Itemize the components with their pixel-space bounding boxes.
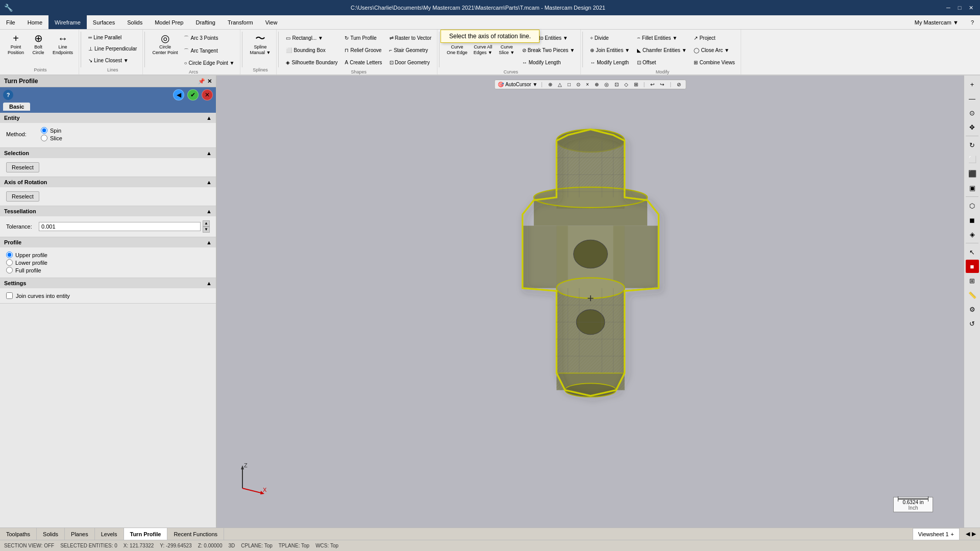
profile-header[interactable]: Profile ▲ xyxy=(0,237,216,247)
join-entities-button[interactable]: ⊕ Join Entities ▼ xyxy=(587,46,632,54)
rt-zoom-plus[interactable]: + xyxy=(966,78,979,91)
create-letters-button[interactable]: A Create Letters xyxy=(342,59,384,66)
relief-groove-button[interactable]: ⊓ Relief Groove xyxy=(342,46,384,54)
entity-header[interactable]: Entity ▲ xyxy=(0,113,216,123)
ac-btn-1[interactable]: ⊕ xyxy=(546,81,554,88)
rt-shaded[interactable]: ◼ xyxy=(966,213,979,227)
rt-settings[interactable]: ⚙ xyxy=(966,303,979,316)
axis-rotation-header[interactable]: Axis of Rotation ▲ xyxy=(0,177,216,187)
bounding-box-button[interactable]: ⬜ Bounding Box xyxy=(283,46,340,54)
menu-transform[interactable]: Transform xyxy=(222,15,259,29)
action-back-button[interactable]: ◀ xyxy=(173,89,184,101)
ac-btn-10[interactable]: ⊞ xyxy=(632,81,640,88)
ac-btn-7[interactable]: ◎ xyxy=(602,81,611,88)
rt-snap[interactable]: ⊞ xyxy=(966,274,979,287)
ac-btn-5[interactable]: × xyxy=(584,81,591,88)
rt-active-red[interactable]: ■ xyxy=(966,260,979,273)
turn-profile-button[interactable]: ↻ Turn Profile xyxy=(342,34,384,42)
menu-model-prep[interactable]: Model Prep xyxy=(149,15,189,29)
line-perpendicular-button[interactable]: ⊥ Line Perpendicular xyxy=(86,45,139,53)
tab-recent-functions[interactable]: Recent Functions xyxy=(167,528,224,540)
offset-button[interactable]: ⊡ Offset xyxy=(634,59,690,66)
ac-btn-4[interactable]: ⊙ xyxy=(574,81,582,88)
panel-pin-button[interactable]: 📌 xyxy=(198,78,205,85)
menu-my-mastercam[interactable]: My Mastercam ▼ xyxy=(909,15,965,29)
axis-rotation-reselect-button[interactable]: Reselect xyxy=(6,191,39,202)
profile-upper-radio[interactable] xyxy=(6,252,13,258)
tolerance-up-arrow[interactable]: ▲ xyxy=(203,220,210,227)
rt-zoom-fit[interactable]: ⊙ xyxy=(966,106,979,119)
viewsheet-plus[interactable]: + xyxy=(951,531,954,537)
profile-lower[interactable]: Lower profile xyxy=(6,259,210,266)
ac-redo[interactable]: ↪ xyxy=(658,81,666,88)
tolerance-input[interactable] xyxy=(39,222,201,231)
spline-manual-button[interactable]: 〜 SplineManual ▼ xyxy=(247,32,273,57)
tab-toolpaths[interactable]: Toolpaths xyxy=(0,528,37,540)
viewport[interactable]: 🎯 AutoCursor ▼ | ⊕ △ □ ⊙ × ⊕ ◎ ⊡ ◇ ⊞ | ↩… xyxy=(217,76,964,528)
action-cancel-button[interactable]: ✕ xyxy=(202,89,213,101)
door-geometry-button[interactable]: ⊡ Door Geometry xyxy=(387,59,434,66)
rt-view-top[interactable]: ⬛ xyxy=(966,167,979,180)
tab-planes[interactable]: Planes xyxy=(65,528,95,540)
menu-home[interactable]: Home xyxy=(21,15,48,29)
break-two-pieces-button[interactable]: ⊘ Break Two Pieces ▼ xyxy=(520,46,578,54)
autocursor-dropdown[interactable]: AutoCursor ▼ xyxy=(505,82,537,87)
selection-header[interactable]: Selection ▲ xyxy=(0,148,216,158)
rt-pan[interactable]: ✥ xyxy=(966,120,979,134)
point-position-button[interactable]: + PointPosition xyxy=(5,32,27,57)
rt-measure[interactable]: 📏 xyxy=(966,288,979,302)
arc-3points-button[interactable]: ⌒ Arc 3 Points xyxy=(181,34,237,43)
panel-close-button[interactable]: ✕ xyxy=(207,78,212,85)
tab-solids[interactable]: Solids xyxy=(37,528,65,540)
ac-clear[interactable]: ⊘ xyxy=(675,81,683,88)
menu-file[interactable]: File xyxy=(0,15,21,29)
ac-btn-2[interactable]: △ xyxy=(556,81,564,88)
line-endpoints-button[interactable]: ↔ LineEndpoints xyxy=(50,32,76,57)
project-button[interactable]: ↗ Project xyxy=(691,34,737,42)
chamfer-entities-button[interactable]: ◣ Chamfer Entities ▼ xyxy=(634,46,690,54)
3d-viewport-svg[interactable] xyxy=(463,101,718,407)
modify-length-button[interactable]: ↔ Modify Length xyxy=(520,59,578,66)
modify-length-b2-button[interactable]: ↔ Modify Length xyxy=(587,59,632,66)
ac-btn-8[interactable]: ⊡ xyxy=(612,81,621,88)
ac-btn-3[interactable]: □ xyxy=(566,81,573,88)
rt-wireframe[interactable]: ⬡ xyxy=(966,199,979,212)
help-button[interactable]: ? xyxy=(3,90,13,100)
scroll-left[interactable]: ◀ xyxy=(966,531,970,537)
profile-upper[interactable]: Upper profile xyxy=(6,252,210,258)
line-parallel-button[interactable]: ═ Line Parallel xyxy=(86,34,139,41)
method-slice-radio[interactable] xyxy=(41,135,47,141)
tessellation-header[interactable]: Tessellation ▲ xyxy=(0,206,216,216)
method-spin-radio[interactable] xyxy=(41,127,47,134)
scroll-right[interactable]: ▶ xyxy=(972,531,976,537)
menu-wireframe[interactable]: Wireframe xyxy=(48,15,87,29)
circle-edge-button[interactable]: ○ Circle Edge Point ▼ xyxy=(181,59,237,67)
menu-surfaces[interactable]: Surfaces xyxy=(87,15,121,29)
line-closest-button[interactable]: ↘ Line Closest ▼ xyxy=(86,57,139,64)
rt-select[interactable]: ↖ xyxy=(966,245,979,259)
ac-btn-6[interactable]: ⊕ xyxy=(593,81,601,88)
profile-full-radio[interactable] xyxy=(6,267,13,273)
menu-view[interactable]: View xyxy=(259,15,284,29)
menu-solids[interactable]: Solids xyxy=(121,15,149,29)
menu-drafting[interactable]: Drafting xyxy=(189,15,222,29)
divide-button[interactable]: ÷ Divide xyxy=(587,34,632,42)
rt-zoom-minus[interactable]: — xyxy=(966,92,979,105)
ac-btn-9[interactable]: ◇ xyxy=(622,81,630,88)
minimize-button[interactable]: ─ xyxy=(943,3,953,12)
bolt-circle-button[interactable]: ⊕ BoltCircle xyxy=(28,32,49,57)
raster-vector-button[interactable]: ⇌ Raster to Vector xyxy=(387,34,434,42)
arc-tangent-button[interactable]: ⌒ Arc Tangent xyxy=(181,46,237,56)
method-slice[interactable]: Slice xyxy=(41,135,62,141)
tab-levels[interactable]: Levels xyxy=(95,528,124,540)
circle-center-button[interactable]: ◎ CircleCenter Point xyxy=(150,32,180,57)
ac-undo[interactable]: ↩ xyxy=(648,81,656,88)
join-curves-row[interactable]: Join curves into entity xyxy=(6,292,210,299)
silhouette-boundary-button[interactable]: ◈ Silhouette Boundary xyxy=(283,59,340,66)
viewsheet-tab[interactable]: Viewsheet 1 + xyxy=(913,528,960,540)
close-button[interactable]: ✕ xyxy=(966,3,976,12)
join-curves-checkbox[interactable] xyxy=(6,292,13,299)
rt-view-front[interactable]: ⬜ xyxy=(966,153,979,166)
menu-help[interactable]: ? xyxy=(965,15,980,29)
method-spin[interactable]: Spin xyxy=(41,127,62,134)
